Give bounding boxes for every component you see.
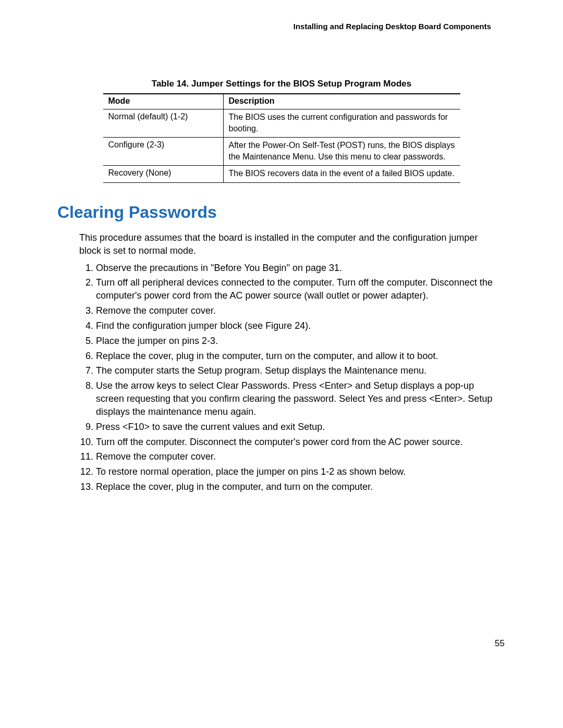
section-title: Clearing Passwords: [57, 203, 506, 222]
running-header: Installing and Replacing Desktop Board C…: [57, 22, 491, 31]
table-row: Configure (2-3) After the Power-On Self-…: [103, 138, 460, 166]
table-row: Recovery (None) The BIOS recovers data i…: [103, 166, 460, 183]
cell-mode: Configure (2-3): [103, 138, 224, 166]
cell-mode: Normal (default) (1-2): [103, 109, 224, 138]
page-number: 55: [495, 638, 505, 649]
cell-mode: Recovery (None): [103, 166, 224, 183]
jumper-settings-table: Mode Description Normal (default) (1-2) …: [103, 93, 460, 183]
list-item: To restore normal operation, place the j…: [96, 465, 499, 478]
list-item: Place the jumper on pins 2-3.: [96, 335, 499, 348]
section-intro: This procedure assumes that the board is…: [79, 231, 499, 257]
section-body: This procedure assumes that the board is…: [79, 231, 499, 493]
table-header-row: Mode Description: [103, 94, 460, 109]
list-item: Replace the cover, plug in the computer,…: [96, 480, 499, 493]
column-header-mode: Mode: [103, 94, 224, 109]
list-item: Replace the cover, plug in the computer,…: [96, 350, 499, 363]
column-header-description: Description: [223, 94, 460, 109]
list-item: The computer starts the Setup program. S…: [96, 364, 499, 377]
list-item: Observe the precautions in "Before You B…: [96, 262, 499, 275]
steps-list: Observe the precautions in "Before You B…: [79, 262, 499, 493]
document-page: Installing and Replacing Desktop Board C…: [0, 0, 563, 728]
cell-description: The BIOS recovers data in the event of a…: [223, 166, 460, 183]
list-item: Find the configuration jumper block (see…: [96, 319, 499, 332]
cell-description: After the Power-On Self-Test (POST) runs…: [223, 138, 460, 166]
list-item: Remove the computer cover.: [96, 304, 499, 317]
cell-description: The BIOS uses the current configuration …: [223, 109, 460, 138]
list-item: Remove the computer cover.: [96, 450, 499, 463]
list-item: Press <F10> to save the current values a…: [96, 421, 499, 434]
table-row: Normal (default) (1-2) The BIOS uses the…: [103, 109, 460, 138]
table-caption: Table 14. Jumper Settings for the BIOS S…: [57, 79, 506, 89]
list-item: Use the arrow keys to select Clear Passw…: [96, 379, 499, 418]
list-item: Turn off all peripheral devices connecte…: [96, 276, 499, 302]
list-item: Turn off the computer. Disconnect the co…: [96, 436, 499, 449]
